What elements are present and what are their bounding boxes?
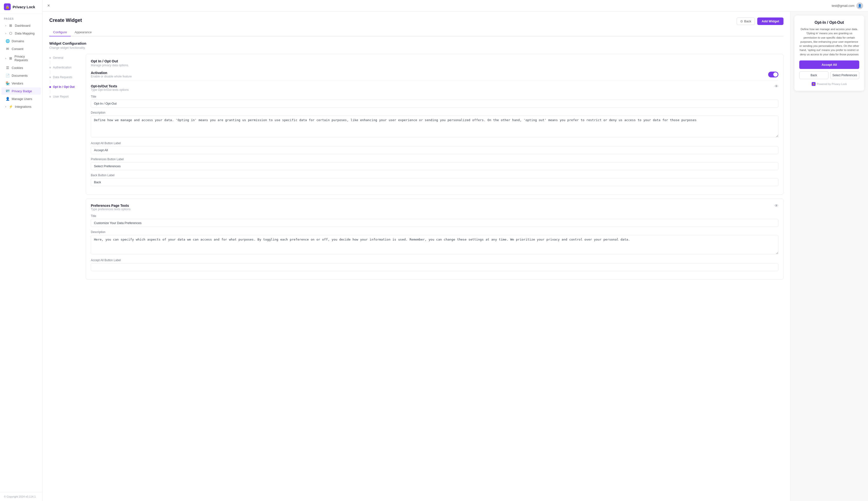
- pref-description-textarea[interactable]: [91, 235, 779, 254]
- wizard-step-data-requests[interactable]: Data Requests: [49, 74, 81, 80]
- preview-select-preferences-button[interactable]: Select Preferences: [830, 71, 859, 79]
- wizard-layout: General Authentication Data Requests: [49, 54, 783, 284]
- sidebar-item-domains[interactable]: 🌐 Domains: [1, 38, 41, 45]
- accept-all-input[interactable]: [91, 146, 779, 154]
- wizard-steps: General Authentication Data Requests: [49, 54, 81, 284]
- activation-toggle[interactable]: [768, 72, 779, 77]
- pages-label: Pages: [0, 14, 42, 22]
- preview-back-button[interactable]: Back: [799, 71, 828, 79]
- description-textarea[interactable]: [91, 116, 779, 137]
- preview-panel: Opt-In / Opt-Out Define how we manage an…: [790, 12, 868, 501]
- sidebar-item-privacy-badge[interactable]: 🪪 Privacy Badge: [1, 87, 41, 95]
- sidebar-item-label: Domains: [12, 39, 24, 43]
- widget-config-header: Widget Configuration Change widget funct…: [49, 41, 783, 50]
- sidebar-item-label: Privacy Badge: [12, 89, 32, 93]
- widget-config-subtitle: Change widget functionality.: [49, 46, 783, 50]
- step-connector: [50, 61, 50, 65]
- cookies-icon: ☰: [6, 66, 10, 70]
- accept-all-label-title: Accept All Button Label: [91, 141, 779, 145]
- sidebar-item-data-mapping[interactable]: › ⬡ Data Mapping: [1, 30, 41, 37]
- step-connector: [50, 90, 50, 94]
- integrations-icon: ⚡: [9, 105, 13, 108]
- step-dot: [49, 67, 51, 68]
- preferences-header-row: Preferences Page Texts Type preferences …: [91, 204, 779, 211]
- step-dot: [49, 57, 51, 59]
- pref-description-label: Description: [91, 230, 779, 234]
- eye-icon[interactable]: 👁: [774, 84, 779, 88]
- back-input[interactable]: [91, 178, 779, 186]
- powered-by-icon: 🔒: [812, 82, 816, 86]
- step-dot: [49, 76, 51, 78]
- sidebar-item-cookies[interactable]: ☰ Cookies: [1, 64, 41, 71]
- opt-in-out-subtitle: Manage privacy data options.: [91, 64, 129, 67]
- vendors-icon: 🏪: [6, 81, 10, 85]
- sidebar-item-label: Privacy Requests: [14, 55, 37, 62]
- texts-header-row: Opt-In/Out Texts Type Opt-In/Out texts o…: [91, 84, 779, 92]
- sidebar-item-integrations[interactable]: › ⚡ Integrations: [1, 103, 41, 110]
- preview-accept-all-button[interactable]: Accept All: [799, 61, 859, 69]
- wizard-step-opt-in-out[interactable]: Opt In / Opt Out: [49, 84, 81, 90]
- preview-powered-by: 🔒 Powered by Privacy Lock: [799, 82, 859, 86]
- sidebar-item-label: Consent: [12, 47, 23, 51]
- title-input[interactable]: [91, 99, 779, 108]
- pref-accept-all-label-group: Accept All Button Label: [91, 258, 779, 271]
- main-area: × test@gmail.com 👤 Create Widget ⊙ Back …: [42, 0, 868, 501]
- pref-title-label: Title: [91, 214, 779, 218]
- app-logo: 🔒 Privacy Lock: [0, 0, 42, 14]
- powered-by-text: Powered by Privacy Lock: [817, 83, 847, 85]
- domains-icon: 🌐: [6, 39, 10, 43]
- logo-icon: 🔒: [4, 3, 11, 10]
- back-label-group: Back Button Label: [91, 173, 779, 186]
- chevron-icon: ›: [6, 32, 6, 35]
- sidebar-item-consent[interactable]: ✉ Consent: [1, 45, 41, 52]
- toggle-slider: [768, 72, 779, 77]
- editor-tabs: Configure Appearance: [49, 29, 783, 36]
- sidebar: 🔒 Privacy Lock Pages › ⊞ Dashboard › ⬡ D…: [0, 0, 42, 501]
- texts-header-text: Opt-In/Out Texts Type Opt-In/Out texts o…: [91, 84, 129, 92]
- sidebar-item-label: Manage Users: [12, 97, 32, 101]
- preferences-page-card: Preferences Page Texts Type preferences …: [86, 199, 783, 280]
- sidebar-item-manage-users[interactable]: 👤 Manage Users: [1, 95, 41, 103]
- documents-icon: 📄: [6, 74, 10, 77]
- preferences-section-subtitle: Type preferences texts options: [91, 207, 130, 211]
- wizard-step-user-report[interactable]: User Report: [49, 94, 81, 99]
- wizard-step-authentication[interactable]: Authentication: [49, 65, 81, 71]
- privacy-requests-icon: ⊞: [9, 56, 12, 60]
- wizard-step-general[interactable]: General: [49, 55, 81, 61]
- manage-users-icon: 👤: [6, 97, 10, 101]
- pref-accept-all-input[interactable]: [91, 263, 779, 271]
- tab-configure[interactable]: Configure: [49, 29, 71, 36]
- activation-row: Activation Enable or disable whole featu…: [91, 70, 779, 80]
- preferences-label-title: Preferences Button Label: [91, 158, 779, 161]
- sidebar-item-label: Integrations: [15, 105, 31, 108]
- preferences-eye-icon[interactable]: 👁: [774, 204, 779, 208]
- opt-in-out-title: Opt In / Opt Out: [91, 59, 129, 63]
- step-connector: [50, 80, 50, 84]
- accept-all-label-group: Accept All Button Label: [91, 141, 779, 154]
- preferences-input[interactable]: [91, 162, 779, 170]
- description-field-group: Description: [91, 111, 779, 138]
- header-actions: ⊙ Back Add Widget: [737, 18, 783, 25]
- user-info: test@gmail.com 👤: [832, 2, 863, 9]
- preferences-section-title: Preferences Page Texts: [91, 204, 130, 207]
- pref-title-input[interactable]: [91, 219, 779, 227]
- avatar: 👤: [856, 2, 863, 9]
- description-label: Description: [91, 111, 779, 114]
- title-field-group: Title: [91, 95, 779, 108]
- sidebar-item-documents[interactable]: 📄 Documents: [1, 72, 41, 79]
- sidebar-item-dashboard[interactable]: › ⊞ Dashboard: [1, 22, 41, 29]
- sidebar-item-label: Documents: [12, 74, 28, 77]
- preview-card: Opt-In / Opt-Out Define how we manage an…: [794, 15, 864, 91]
- sidebar-item-vendors[interactable]: 🏪 Vendors: [1, 79, 41, 87]
- sidebar-item-privacy-requests[interactable]: › ⊞ Privacy Requests: [1, 53, 41, 64]
- widget-config-title: Widget Configuration: [49, 41, 783, 45]
- tab-appearance[interactable]: Appearance: [71, 29, 95, 36]
- add-widget-button[interactable]: Add Widget: [757, 18, 783, 25]
- sidebar-item-label: Cookies: [12, 66, 23, 70]
- chevron-icon: ›: [6, 57, 6, 60]
- close-button[interactable]: ×: [47, 3, 50, 8]
- back-button[interactable]: ⊙ Back: [737, 18, 755, 25]
- data-mapping-icon: ⬡: [9, 31, 13, 35]
- user-email: test@gmail.com: [832, 4, 854, 8]
- activation-text: Activation Enable or disable whole featu…: [91, 71, 131, 78]
